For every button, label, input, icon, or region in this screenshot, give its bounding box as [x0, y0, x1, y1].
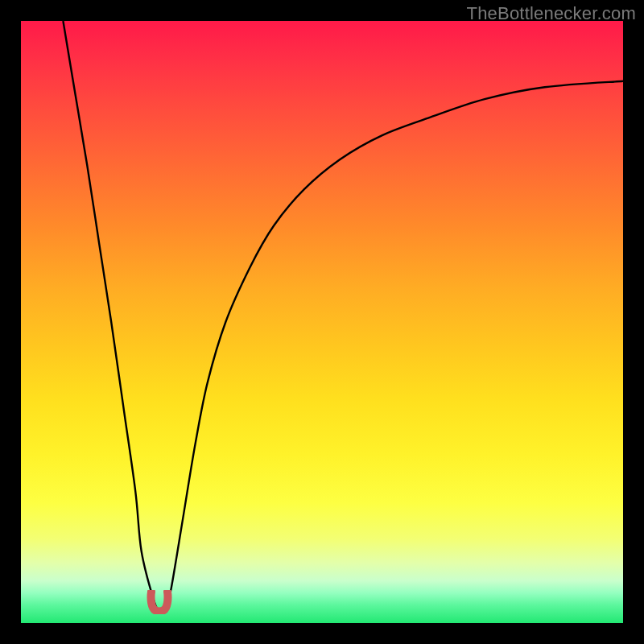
bottleneck-curve — [21, 21, 623, 623]
watermark-text: TheBottlenecker.com — [467, 3, 636, 24]
plot-area — [21, 21, 623, 623]
chart-frame: TheBottlenecker.com — [0, 0, 644, 644]
minimum-marker — [145, 590, 174, 614]
